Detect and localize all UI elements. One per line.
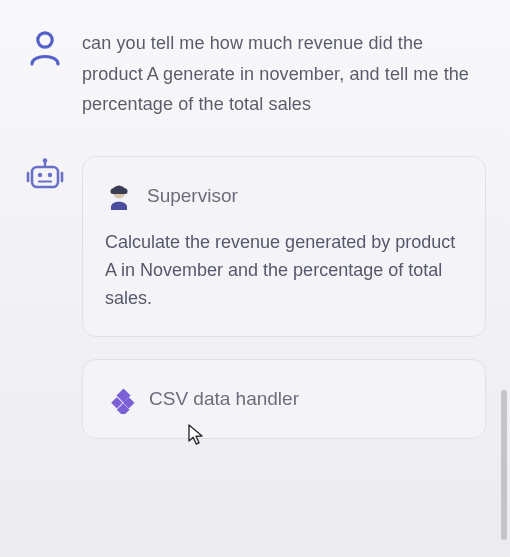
user-message-content: can you tell me how much revenue did the… [82, 28, 486, 120]
assistant-message-row: Supervisor Calculate the revenue generat… [24, 156, 486, 462]
chat-container: can you tell me how much revenue did the… [0, 0, 510, 517]
supervisor-card[interactable]: Supervisor Calculate the revenue generat… [82, 156, 486, 338]
csv-handler-title: CSV data handler [149, 388, 299, 410]
supervisor-body: Calculate the revenue generated by produ… [105, 229, 463, 313]
svg-point-7 [48, 173, 52, 177]
svg-rect-3 [32, 167, 58, 187]
assistant-message-content: Supervisor Calculate the revenue generat… [82, 156, 486, 462]
svg-point-0 [38, 33, 52, 47]
scrollbar-thumb[interactable] [501, 390, 507, 540]
user-icon [28, 30, 62, 66]
diamond-stack-icon [105, 384, 135, 414]
assistant-avatar-col [24, 156, 66, 194]
csv-handler-card-header: CSV data handler [105, 384, 463, 414]
svg-rect-10 [111, 188, 128, 194]
svg-point-6 [38, 173, 42, 177]
user-avatar-col [24, 28, 66, 66]
user-message-text: can you tell me how much revenue did the… [82, 28, 486, 120]
supervisor-title: Supervisor [147, 185, 238, 207]
supervisor-card-header: Supervisor [105, 181, 463, 211]
robot-icon [25, 158, 65, 194]
csv-handler-card[interactable]: CSV data handler [82, 359, 486, 439]
svg-point-2 [43, 158, 48, 163]
supervisor-icon [105, 181, 133, 211]
user-message-row: can you tell me how much revenue did the… [24, 28, 486, 120]
